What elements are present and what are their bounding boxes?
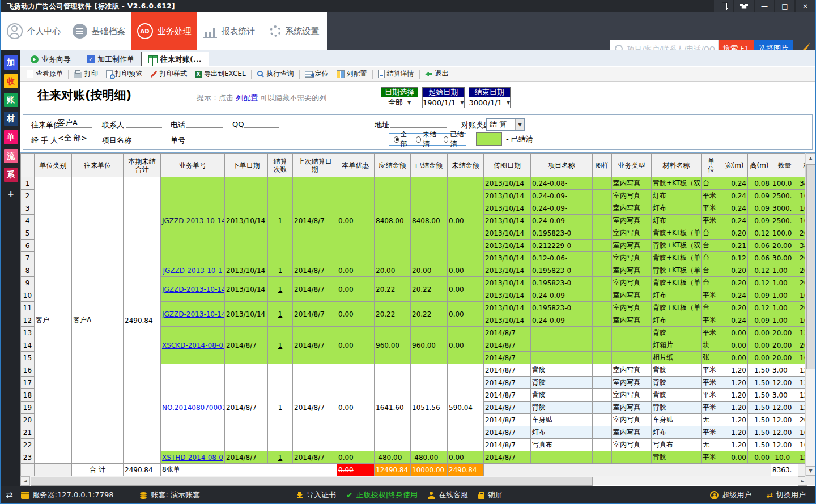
online-support-button[interactable]: 在线客服 [428, 490, 468, 500]
contact-input[interactable] [126, 118, 162, 128]
column-header[interactable]: 图样 [593, 154, 612, 177]
toolbar-print-button[interactable]: 打印 [70, 68, 102, 80]
reconcile-type-combo[interactable]: 结 算 ▼ [486, 118, 525, 131]
address-input[interactable] [390, 118, 447, 128]
order-link[interactable]: NO.201408070001 [162, 404, 225, 412]
settle-count-link[interactable]: 1 [278, 310, 283, 318]
column-header[interactable]: 业务类型 [612, 154, 652, 177]
doc-tab-1[interactable]: 业务向导 [24, 52, 78, 66]
column-header[interactable]: 单 位 [702, 154, 721, 177]
column-header[interactable]: 未结金额 [448, 154, 484, 177]
settle-count-link[interactable]: 1 [278, 341, 283, 349]
picture-cell [593, 177, 612, 190]
column-header[interactable]: 本期未结 合计 [124, 154, 161, 177]
unit-input[interactable] [57, 118, 92, 128]
toolbar-query-button[interactable]: 执行查询 [253, 68, 298, 80]
column-header[interactable]: 上次结算日 期 [293, 154, 337, 177]
nav-tab-gear[interactable]: 系统设置 [262, 12, 327, 50]
paid-amount-cell: 8408.00 [411, 177, 448, 264]
sidebar-item-账[interactable]: 账 [4, 93, 18, 107]
order-link[interactable]: XSTHD-2014-08-0 [162, 454, 223, 462]
sidebar-item-加[interactable]: 加 [4, 55, 18, 70]
sidebar-item-材[interactable]: 材 [4, 112, 18, 126]
column-header[interactable]: 业务单号 [161, 154, 225, 177]
toolbar-locate-button[interactable]: 定位 [301, 68, 333, 80]
order-link[interactable]: JGZZD-2013-10-1 [163, 267, 223, 275]
column-header[interactable]: 宽(m) [721, 154, 748, 177]
settle-count-link[interactable]: 1 [278, 217, 283, 225]
settle-count-link[interactable]: 1 [278, 404, 283, 412]
sidebar-item-收[interactable]: 收 [4, 74, 18, 88]
close-button[interactable]: × [796, 0, 815, 12]
table-row[interactable]: 1客户客户A2490.84JGZZD-2013-10-14-0042013/10… [21, 177, 808, 190]
qq-input[interactable] [244, 118, 279, 128]
column-header[interactable]: 材料名称 [652, 154, 702, 177]
column-header[interactable]: 高(m) [748, 154, 771, 177]
column-header[interactable]: 下单日期 [225, 154, 268, 177]
last-settle-date-cell: 2014/8/7 [293, 364, 337, 451]
radio-all[interactable]: 全部 [394, 130, 411, 149]
column-config-link[interactable]: 列配置 [236, 93, 258, 102]
column-header[interactable]: 单位类别 [35, 154, 72, 177]
column-header[interactable]: 项目名称 [531, 154, 593, 177]
horizontal-scrollbar[interactable]: ◄ ► [20, 476, 808, 485]
toolbar-preview-button[interactable]: 打印预览 [102, 68, 146, 80]
switch-user-button[interactable]: ⇄切换用户 [766, 490, 806, 500]
doc-tab-2[interactable]: ✓加工制作单 [80, 52, 141, 66]
maximize-button[interactable]: □ [775, 0, 794, 12]
toolbar-columns-button[interactable]: 列配置 [333, 68, 371, 80]
copy-button[interactable] [714, 0, 733, 12]
chevron-down-icon[interactable]: ▼ [515, 119, 524, 130]
lock-screen-button[interactable]: 锁屏 [478, 490, 503, 500]
date-filter-combo[interactable]: 3000/1/1▼ [469, 97, 511, 108]
radio-unsettled[interactable]: 未结清 [416, 130, 439, 149]
scroll-up-icon[interactable]: ▲ [806, 153, 815, 163]
date-filter-combo[interactable]: 全部▼ [381, 97, 418, 108]
scroll-left-icon[interactable]: ◄ [20, 476, 30, 486]
column-header[interactable]: 本单优惠 [337, 154, 375, 177]
column-header[interactable]: 传图日期 [484, 154, 531, 177]
settle-count-link[interactable]: 1 [278, 285, 283, 293]
toolbar-view-doc-button[interactable]: 查看原单 [23, 68, 67, 80]
column-header[interactable]: 数量 [771, 154, 798, 177]
settle-count-link[interactable]: 1 [278, 267, 283, 275]
width-cell: 0.24 [721, 190, 748, 202]
horizontal-scroll-thumb[interactable] [31, 477, 593, 486]
toolbar-excel-button[interactable]: X导出到EXCEL [191, 68, 250, 80]
sidebar-item-流[interactable]: 流 [4, 149, 18, 163]
column-header[interactable]: 应结金额 [375, 154, 411, 177]
skin-button[interactable] [734, 0, 754, 12]
scroll-down-icon[interactable]: ▼ [806, 466, 815, 476]
nav-tab-chart[interactable]: 报表统计 [197, 12, 262, 50]
vertical-scroll-thumb[interactable] [806, 164, 815, 369]
minimize-button[interactable]: — [755, 0, 774, 12]
radio-settled[interactable]: 已结清 [444, 130, 466, 149]
current-user[interactable]: 超级用户 [710, 490, 751, 500]
date-filter-combo[interactable]: 1900/1/1▼ [422, 97, 465, 108]
project-input[interactable] [132, 134, 172, 143]
nav-tab-person[interactable]: 个人中心 [1, 12, 66, 50]
doc-tab-3[interactable]: 往来对账(... [141, 52, 209, 66]
toolbar-detail-button[interactable]: 结算详情 [374, 68, 418, 80]
nav-tab-archive[interactable]: 基础档案 [66, 12, 131, 50]
column-header[interactable]: 结算 次数 [268, 154, 293, 177]
column-header[interactable]: 已结金额 [411, 154, 448, 177]
phone-input[interactable] [186, 118, 223, 128]
import-cert-button[interactable]: 导入证书 [296, 490, 336, 500]
settle-count-link[interactable]: 1 [278, 454, 283, 462]
column-header[interactable]: 往来单位 [72, 154, 124, 177]
sidebar-item-系[interactable]: 系 [4, 168, 18, 182]
vertical-scrollbar[interactable]: ▲ ▼ [805, 153, 815, 476]
order-link[interactable]: JGZZD-2013-10-14-009 [162, 310, 225, 318]
order-link[interactable]: JGZZD-2013-10-14-008 [162, 285, 225, 293]
order-link[interactable]: JGZZD-2013-10-14-004 [162, 217, 225, 225]
sidebar-item-+[interactable]: + [4, 186, 18, 200]
handler-input[interactable] [57, 134, 92, 143]
nav-tab-ad[interactable]: AD业务处理 [131, 12, 197, 50]
order-link[interactable]: XSCKD-2014-08-07-001 [162, 341, 225, 349]
order-input[interactable] [186, 134, 334, 143]
toolbar-style-button[interactable]: 打印样式 [146, 68, 191, 80]
sidebar-item-单[interactable]: 单 [4, 130, 18, 144]
swap-icon[interactable]: ⇄ [6, 490, 13, 500]
toolbar-exit-button[interactable]: 退出 [421, 68, 453, 80]
